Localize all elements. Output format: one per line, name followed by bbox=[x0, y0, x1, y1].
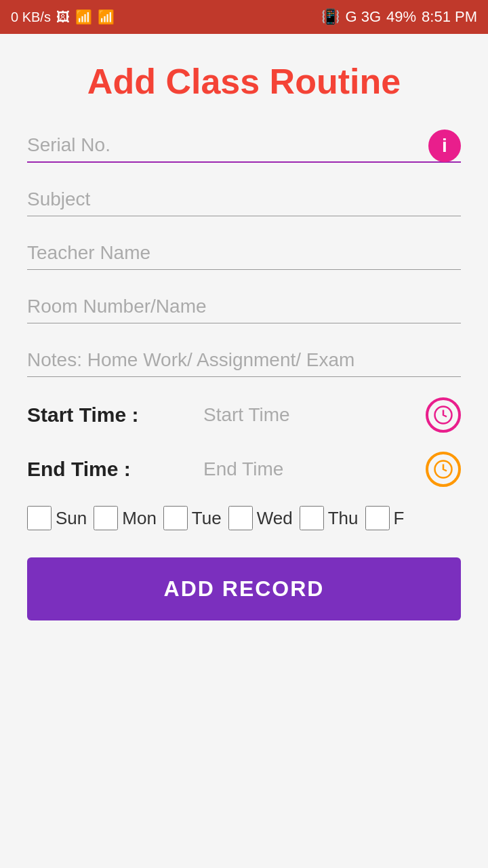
checkbox-mon[interactable] bbox=[94, 506, 118, 530]
add-record-button[interactable]: ADD RECORD bbox=[27, 557, 461, 620]
checkbox-tue[interactable] bbox=[163, 506, 188, 530]
start-time-clock-button[interactable] bbox=[426, 397, 461, 433]
end-time-label: End Time : bbox=[27, 458, 203, 481]
serial-no-input[interactable] bbox=[27, 129, 461, 163]
subject-input[interactable] bbox=[27, 183, 461, 216]
day-mon: Mon bbox=[94, 506, 157, 530]
teacher-name-field bbox=[27, 237, 461, 270]
start-clock-icon bbox=[433, 405, 453, 425]
status-left: 0 KB/s 🖼 📶 📶 bbox=[11, 9, 115, 25]
checkbox-thu[interactable] bbox=[300, 506, 324, 530]
day-sun-label: Sun bbox=[56, 508, 87, 529]
notes-field bbox=[27, 344, 461, 377]
day-fri-label: F bbox=[394, 508, 405, 529]
checkbox-sun[interactable] bbox=[27, 506, 52, 530]
end-clock-icon bbox=[433, 459, 453, 479]
start-time-row: Start Time : Start Time bbox=[27, 397, 461, 433]
main-content: Add Class Routine i Start Time : Start T… bbox=[0, 34, 488, 868]
start-time-label: Start Time : bbox=[27, 403, 203, 427]
checkbox-fri[interactable] bbox=[365, 506, 390, 530]
day-wed: Wed bbox=[228, 506, 293, 530]
gallery-icon: 🖼 bbox=[56, 9, 70, 25]
day-thu-label: Thu bbox=[328, 508, 359, 529]
notes-input[interactable] bbox=[27, 344, 461, 377]
day-tue: Tue bbox=[163, 506, 222, 530]
checkbox-wed[interactable] bbox=[228, 506, 253, 530]
signal-g: G 3G bbox=[345, 8, 381, 26]
page-title: Add Class Routine bbox=[27, 61, 461, 102]
day-fri: F bbox=[365, 506, 405, 530]
signal-icon1: 📶 bbox=[75, 9, 92, 25]
day-thu: Thu bbox=[300, 506, 359, 530]
day-sun: Sun bbox=[27, 506, 87, 530]
network-speed: 0 KB/s bbox=[11, 9, 51, 25]
status-right: 📳 G 3G 49% 8:51 PM bbox=[321, 8, 477, 26]
vibrate-icon: 📳 bbox=[321, 8, 340, 26]
serial-no-field: i bbox=[27, 129, 461, 163]
battery-text: 49% bbox=[386, 8, 416, 26]
signal-icon2: 📶 bbox=[98, 9, 115, 25]
info-icon: i bbox=[442, 135, 447, 157]
time-display: 8:51 PM bbox=[422, 8, 477, 26]
room-number-field bbox=[27, 290, 461, 323]
day-mon-label: Mon bbox=[122, 508, 157, 529]
info-button[interactable]: i bbox=[428, 130, 461, 162]
end-time-clock-button[interactable] bbox=[426, 452, 461, 487]
teacher-name-input[interactable] bbox=[27, 237, 461, 270]
status-bar: 0 KB/s 🖼 📶 📶 📳 G 3G 49% 8:51 PM bbox=[0, 0, 488, 34]
start-time-placeholder: Start Time bbox=[203, 404, 426, 426]
end-time-row: End Time : End Time bbox=[27, 452, 461, 487]
day-wed-label: Wed bbox=[257, 508, 293, 529]
subject-field bbox=[27, 183, 461, 216]
room-number-input[interactable] bbox=[27, 290, 461, 323]
days-row: Sun Mon Tue Wed Thu F bbox=[27, 506, 461, 530]
end-time-placeholder: End Time bbox=[203, 458, 426, 480]
day-tue-label: Tue bbox=[192, 508, 222, 529]
